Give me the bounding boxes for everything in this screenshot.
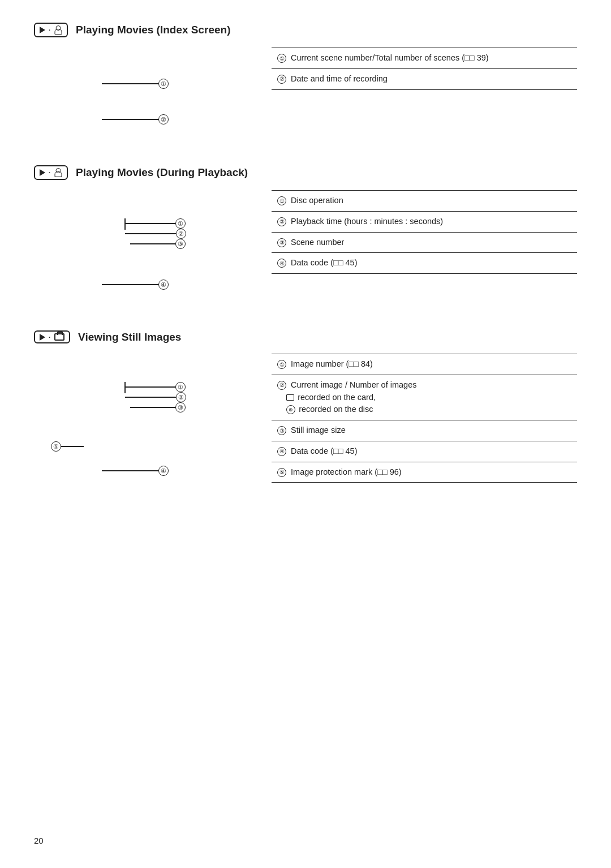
- circle-info-1: ①: [277, 54, 286, 63]
- pb-hline-4: [102, 284, 158, 285]
- info-row-si-2: ② Current image / Number of images recor…: [272, 375, 577, 420]
- circle-info-si-4: ④: [277, 447, 286, 456]
- circle-info-si-1: ①: [277, 360, 286, 369]
- info-row-si-1: ① Image number (□□ 84): [272, 354, 577, 375]
- circle-2-pb: ②: [176, 229, 186, 239]
- page-number: 20: [34, 836, 44, 845]
- si-line-4: ④: [102, 466, 169, 476]
- index-diagram: ① ②: [34, 48, 272, 138]
- line-label-1: ①: [102, 79, 169, 89]
- info-row-pb-2: ② Playback time (hours : minutes : secon…: [272, 212, 577, 233]
- play-badge-still: ·: [34, 330, 70, 343]
- section-header-playback: · Playing Movies (During Playback): [34, 165, 577, 180]
- section-still-images: · Viewing Still Images ① ② ③ ⑤: [34, 330, 577, 489]
- info-table-still: ① Image number (□□ 84) ② Current image /…: [272, 354, 577, 483]
- person-icon: [54, 25, 62, 35]
- si-line-1: ①: [124, 382, 186, 392]
- section-index-screen: · Playing Movies (Index Screen) ① ② ① Cu…: [34, 23, 577, 138]
- play-badge-dot-2: ·: [49, 169, 51, 176]
- hline-2: [102, 119, 158, 120]
- content-area-playback: ① ② ③ ④ ① Disc operation: [34, 190, 577, 303]
- info-row-si-3: ③ Still image size: [272, 420, 577, 441]
- content-area-still: ① ② ③ ⑤ ④ ① I: [34, 354, 577, 489]
- person-icon-2: [54, 168, 62, 177]
- si-line-2: ②: [124, 392, 186, 402]
- si-line-5: ⑤: [51, 441, 84, 452]
- circle-info-si-2: ②: [277, 381, 286, 390]
- camera-icon: [54, 333, 64, 341]
- circle-info-si-5: ⑤: [277, 468, 286, 477]
- si-line-3: ③: [130, 402, 186, 412]
- play-badge-dot-3: ·: [49, 334, 51, 341]
- info-row-pb-1: ① Disc operation: [272, 191, 577, 212]
- pb-hline-1b: [164, 223, 175, 224]
- pb-line-2: ②: [124, 229, 186, 239]
- circle-info-pb-4: ④: [277, 259, 286, 268]
- si-hline-1b: [164, 386, 175, 388]
- circle-info-pb-3: ③: [277, 238, 286, 247]
- info-row-pb-4: ④ Data code (□□ 45): [272, 253, 577, 274]
- circle-3-si: ③: [175, 402, 186, 412]
- pb-hline-2: [125, 233, 176, 234]
- line-label-2: ②: [102, 114, 169, 124]
- play-triangle-icon-3: [40, 334, 45, 341]
- circle-1-si: ①: [175, 382, 186, 392]
- play-triangle-icon-2: [40, 169, 45, 176]
- si-hline-5: [61, 446, 84, 447]
- play-badge-dot: ·: [49, 27, 51, 33]
- still-diagram: ① ② ③ ⑤ ④: [34, 354, 272, 489]
- circle-5-si: ⑤: [51, 441, 61, 452]
- info-table-playback: ① Disc operation ② Playback time (hours …: [272, 190, 577, 274]
- hline-1: [102, 83, 158, 84]
- info-row-si-4: ④ Data code (□□ 45): [272, 441, 577, 462]
- circle-4-pb: ④: [158, 280, 169, 290]
- vert-connector-pb: [124, 218, 126, 230]
- circle-4-si: ④: [158, 466, 169, 476]
- section-header-still: · Viewing Still Images: [34, 330, 577, 343]
- info-row-index-2: ② Date and time of recording: [272, 69, 577, 90]
- si-hline-4: [102, 470, 158, 471]
- content-area-index: ① ② ① Current scene number/Total number …: [34, 48, 577, 138]
- disc-icon: ⊛: [286, 405, 295, 414]
- info-row-pb-3: ③ Scene number: [272, 233, 577, 253]
- si-hline-1a: [124, 386, 164, 388]
- playback-diagram: ① ② ③ ④: [34, 190, 272, 303]
- info-table-index: ① Current scene number/Total number of s…: [272, 48, 577, 90]
- circle-3-pb: ③: [175, 239, 186, 249]
- pb-line-3: ③: [130, 239, 186, 249]
- section-during-playback: · Playing Movies (During Playback) ① ② ③: [34, 165, 577, 303]
- circle-info-si-3: ③: [277, 426, 286, 435]
- pb-hline-1: [124, 223, 164, 224]
- circle-info-pb-1: ①: [277, 196, 286, 205]
- info-row-index-1: ① Current scene number/Total number of s…: [272, 48, 577, 69]
- circle-1-pb: ①: [175, 218, 186, 229]
- circle-info-pb-2: ②: [277, 217, 286, 226]
- section-title-playback: Playing Movies (During Playback): [76, 166, 248, 179]
- vert-connector-si: [124, 382, 126, 393]
- circle-info-2: ②: [277, 75, 286, 84]
- section-title-still: Viewing Still Images: [78, 331, 181, 343]
- circle-2-si: ②: [176, 392, 186, 402]
- info-row-si-5: ⑤ Image protection mark (□□ 96): [272, 462, 577, 483]
- play-triangle-icon: [40, 27, 45, 33]
- si-hline-3: [130, 407, 175, 408]
- pb-hline-3: [130, 243, 175, 244]
- circle-2-index: ②: [158, 114, 169, 124]
- circle-1-index: ①: [158, 79, 169, 89]
- pb-line-1: ①: [124, 218, 186, 229]
- section-header-index: · Playing Movies (Index Screen): [34, 23, 577, 37]
- play-badge-index: ·: [34, 23, 68, 37]
- section-title-index: Playing Movies (Index Screen): [76, 24, 230, 36]
- pb-line-4: ④: [102, 280, 169, 290]
- card-icon: [286, 394, 294, 401]
- play-badge-playback: ·: [34, 165, 68, 180]
- si-hline-2: [125, 397, 176, 398]
